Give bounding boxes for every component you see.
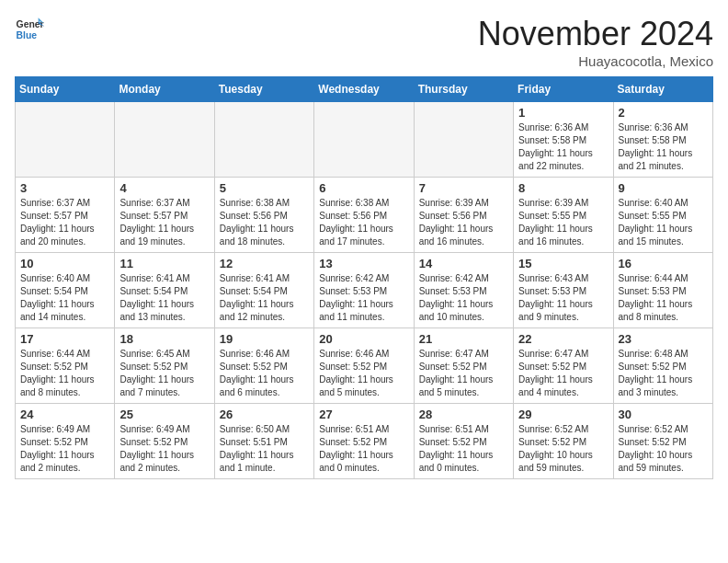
day-info: Sunrise: 6:46 AMSunset: 5:52 PMDaylight:… bbox=[319, 348, 408, 399]
weekday-header-sunday: Sunday bbox=[16, 77, 115, 102]
day-cell: 12 Sunrise: 6:41 AMSunset: 5:54 PMDaylig… bbox=[214, 253, 313, 328]
month-title: November 2024 bbox=[478, 15, 713, 53]
day-info: Sunrise: 6:50 AMSunset: 5:51 PMDaylight:… bbox=[220, 423, 309, 475]
day-info: Sunrise: 6:52 AMSunset: 5:52 PMDaylight:… bbox=[619, 423, 708, 475]
day-info: Sunrise: 6:41 AMSunset: 5:54 PMDaylight:… bbox=[119, 272, 209, 324]
day-info: Sunrise: 6:38 AMSunset: 5:56 PMDaylight:… bbox=[319, 197, 408, 248]
day-cell: 24 Sunrise: 6:49 AMSunset: 5:52 PMDaylig… bbox=[16, 404, 115, 479]
day-info: Sunrise: 6:38 AMSunset: 5:56 PMDaylight:… bbox=[220, 197, 309, 248]
day-info: Sunrise: 6:49 AMSunset: 5:52 PMDaylight:… bbox=[20, 423, 109, 475]
weekday-header-monday: Monday bbox=[115, 77, 214, 102]
weekday-header-wednesday: Wednesday bbox=[314, 77, 414, 102]
day-cell: 10 Sunrise: 6:40 AMSunset: 5:54 PMDaylig… bbox=[16, 253, 115, 328]
day-cell: 27 Sunrise: 6:51 AMSunset: 5:52 PMDaylig… bbox=[314, 404, 414, 479]
day-number: 27 bbox=[319, 408, 408, 421]
day-number: 15 bbox=[518, 257, 608, 270]
day-number: 21 bbox=[419, 332, 508, 346]
day-cell: 14 Sunrise: 6:42 AMSunset: 5:53 PMDaylig… bbox=[414, 253, 513, 328]
day-cell: 18 Sunrise: 6:45 AMSunset: 5:52 PMDaylig… bbox=[115, 328, 214, 404]
weekday-header-friday: Friday bbox=[514, 77, 613, 102]
day-cell: 8 Sunrise: 6:39 AMSunset: 5:55 PMDayligh… bbox=[514, 178, 613, 253]
day-cell: 4 Sunrise: 6:37 AMSunset: 5:57 PMDayligh… bbox=[115, 178, 214, 253]
day-info: Sunrise: 6:42 AMSunset: 5:53 PMDaylight:… bbox=[419, 272, 508, 324]
day-info: Sunrise: 6:42 AMSunset: 5:53 PMDaylight:… bbox=[319, 272, 408, 324]
day-cell: 22 Sunrise: 6:47 AMSunset: 5:52 PMDaylig… bbox=[514, 328, 613, 404]
day-cell: 16 Sunrise: 6:44 AMSunset: 5:53 PMDaylig… bbox=[613, 253, 712, 328]
day-number: 24 bbox=[20, 408, 109, 421]
day-cell: 28 Sunrise: 6:51 AMSunset: 5:52 PMDaylig… bbox=[414, 404, 513, 479]
day-cell: 15 Sunrise: 6:43 AMSunset: 5:53 PMDaylig… bbox=[514, 253, 613, 328]
day-info: Sunrise: 6:43 AMSunset: 5:53 PMDaylight:… bbox=[518, 272, 608, 324]
day-info: Sunrise: 6:40 AMSunset: 5:54 PMDaylight:… bbox=[20, 272, 109, 324]
day-info: Sunrise: 6:44 AMSunset: 5:53 PMDaylight:… bbox=[619, 272, 708, 324]
day-cell: 5 Sunrise: 6:38 AMSunset: 5:56 PMDayligh… bbox=[214, 178, 313, 253]
day-cell bbox=[414, 102, 513, 178]
day-number: 5 bbox=[220, 181, 309, 195]
day-number: 10 bbox=[20, 257, 109, 270]
day-cell: 20 Sunrise: 6:46 AMSunset: 5:52 PMDaylig… bbox=[314, 328, 414, 404]
day-info: Sunrise: 6:47 AMSunset: 5:52 PMDaylight:… bbox=[419, 348, 508, 399]
day-info: Sunrise: 6:51 AMSunset: 5:52 PMDaylight:… bbox=[419, 423, 508, 475]
weekday-header-row: SundayMondayTuesdayWednesdayThursdayFrid… bbox=[16, 77, 713, 102]
day-number: 6 bbox=[319, 181, 408, 195]
day-number: 20 bbox=[319, 332, 408, 346]
day-info: Sunrise: 6:37 AMSunset: 5:57 PMDaylight:… bbox=[119, 197, 209, 248]
page-header: General Blue November 2024 Huayacocotla,… bbox=[15, 15, 713, 69]
weekday-header-tuesday: Tuesday bbox=[214, 77, 313, 102]
day-number: 14 bbox=[419, 257, 508, 270]
day-cell bbox=[115, 102, 214, 178]
day-number: 25 bbox=[119, 408, 209, 421]
week-row-2: 3 Sunrise: 6:37 AMSunset: 5:57 PMDayligh… bbox=[16, 178, 713, 253]
day-number: 9 bbox=[619, 181, 708, 195]
day-info: Sunrise: 6:36 AMSunset: 5:58 PMDaylight:… bbox=[619, 121, 708, 173]
svg-text:Blue: Blue bbox=[17, 30, 38, 40]
day-info: Sunrise: 6:44 AMSunset: 5:52 PMDaylight:… bbox=[20, 348, 109, 399]
logo: General Blue bbox=[15, 15, 44, 44]
day-cell: 2 Sunrise: 6:36 AMSunset: 5:58 PMDayligh… bbox=[613, 102, 712, 178]
week-row-3: 10 Sunrise: 6:40 AMSunset: 5:54 PMDaylig… bbox=[16, 253, 713, 328]
day-number: 28 bbox=[419, 408, 508, 421]
day-number: 13 bbox=[319, 257, 408, 270]
day-cell bbox=[214, 102, 313, 178]
day-cell: 23 Sunrise: 6:48 AMSunset: 5:52 PMDaylig… bbox=[613, 328, 712, 404]
day-cell bbox=[314, 102, 414, 178]
day-number: 19 bbox=[220, 332, 309, 346]
week-row-4: 17 Sunrise: 6:44 AMSunset: 5:52 PMDaylig… bbox=[16, 328, 713, 404]
day-number: 7 bbox=[419, 181, 508, 195]
week-row-5: 24 Sunrise: 6:49 AMSunset: 5:52 PMDaylig… bbox=[16, 404, 713, 479]
day-number: 30 bbox=[619, 408, 708, 421]
day-number: 3 bbox=[20, 181, 109, 195]
day-number: 11 bbox=[119, 257, 209, 270]
day-cell: 9 Sunrise: 6:40 AMSunset: 5:55 PMDayligh… bbox=[613, 178, 712, 253]
day-info: Sunrise: 6:39 AMSunset: 5:55 PMDaylight:… bbox=[518, 197, 608, 248]
day-cell: 13 Sunrise: 6:42 AMSunset: 5:53 PMDaylig… bbox=[314, 253, 414, 328]
week-row-1: 1 Sunrise: 6:36 AMSunset: 5:58 PMDayligh… bbox=[16, 102, 713, 178]
day-cell: 7 Sunrise: 6:39 AMSunset: 5:56 PMDayligh… bbox=[414, 178, 513, 253]
weekday-header-saturday: Saturday bbox=[613, 77, 712, 102]
day-info: Sunrise: 6:41 AMSunset: 5:54 PMDaylight:… bbox=[220, 272, 309, 324]
day-info: Sunrise: 6:52 AMSunset: 5:52 PMDaylight:… bbox=[518, 423, 608, 475]
calendar-table: SundayMondayTuesdayWednesdayThursdayFrid… bbox=[15, 76, 713, 479]
day-cell: 29 Sunrise: 6:52 AMSunset: 5:52 PMDaylig… bbox=[514, 404, 613, 479]
day-info: Sunrise: 6:47 AMSunset: 5:52 PMDaylight:… bbox=[518, 348, 608, 399]
day-cell: 17 Sunrise: 6:44 AMSunset: 5:52 PMDaylig… bbox=[16, 328, 115, 404]
day-number: 4 bbox=[119, 181, 209, 195]
day-info: Sunrise: 6:39 AMSunset: 5:56 PMDaylight:… bbox=[419, 197, 508, 248]
day-info: Sunrise: 6:40 AMSunset: 5:55 PMDaylight:… bbox=[619, 197, 708, 248]
location: Huayacocotla, Mexico bbox=[478, 53, 713, 69]
day-number: 18 bbox=[119, 332, 209, 346]
day-info: Sunrise: 6:48 AMSunset: 5:52 PMDaylight:… bbox=[619, 348, 708, 399]
day-info: Sunrise: 6:49 AMSunset: 5:52 PMDaylight:… bbox=[119, 423, 209, 475]
day-cell bbox=[16, 102, 115, 178]
day-info: Sunrise: 6:36 AMSunset: 5:58 PMDaylight:… bbox=[518, 121, 608, 173]
day-cell: 1 Sunrise: 6:36 AMSunset: 5:58 PMDayligh… bbox=[514, 102, 613, 178]
day-cell: 6 Sunrise: 6:38 AMSunset: 5:56 PMDayligh… bbox=[314, 178, 414, 253]
day-cell: 25 Sunrise: 6:49 AMSunset: 5:52 PMDaylig… bbox=[115, 404, 214, 479]
day-number: 22 bbox=[518, 332, 608, 346]
logo-icon: General Blue bbox=[15, 15, 44, 44]
day-info: Sunrise: 6:37 AMSunset: 5:57 PMDaylight:… bbox=[20, 197, 109, 248]
day-cell: 3 Sunrise: 6:37 AMSunset: 5:57 PMDayligh… bbox=[16, 178, 115, 253]
day-info: Sunrise: 6:51 AMSunset: 5:52 PMDaylight:… bbox=[319, 423, 408, 475]
day-number: 12 bbox=[220, 257, 309, 270]
day-cell: 30 Sunrise: 6:52 AMSunset: 5:52 PMDaylig… bbox=[613, 404, 712, 479]
